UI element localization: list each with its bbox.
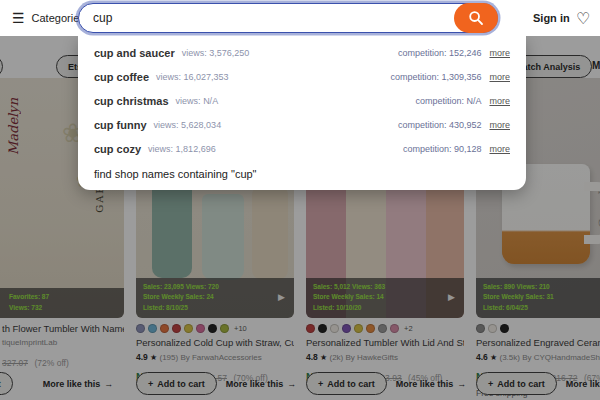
color-swatch-dot[interactable] [172,324,181,333]
more-like-this-link[interactable]: More like this [566,379,600,389]
star-icon: ★ [150,353,157,362]
suggestion-row[interactable]: cup coffee views: 16,027,353 competition… [78,65,526,89]
filter-pill-more-partial[interactable]: M [592,60,600,71]
more-link[interactable]: more [489,120,510,130]
suggestion-row[interactable]: cup and saucer views: 3,576,250 competit… [78,41,526,65]
hamburger-menu-icon[interactable]: ☰ [12,10,25,26]
find-shop-names-row[interactable]: find shop names containing "cup" [78,161,526,187]
search-button[interactable] [454,3,498,33]
product-shop: By FarwahAccessories [180,353,261,362]
search-icon [468,10,484,26]
suggestion-term: cup christmas [94,95,169,107]
product-title[interactable]: Personalized Engraved Ceramic C... [476,337,600,348]
color-swatch-dot[interactable] [330,324,339,333]
color-swatch-dot[interactable] [342,324,351,333]
suggestion-term: cup coffee [94,71,149,83]
color-swatch-dot[interactable] [136,324,145,333]
color-swatch-dot[interactable] [500,324,509,333]
analytics-overlay: Sales: 23,095 Views: 720 Store Weekly Sa… [136,278,294,318]
review-count: (3.5k) [499,353,519,362]
swatch-more-count: +2 [404,324,413,333]
add-to-cart-button[interactable]: + Add to cart [0,372,13,395]
star-icon: ★ [320,353,327,362]
mug-name-text: Sarah [596,188,600,230]
color-swatch-dot[interactable] [160,324,169,333]
swatch-more-count: +10 [234,324,247,333]
product-rating: 4.8 ★ (2k) By HawkeGifts [306,352,464,362]
review-count: (2k) [329,353,343,362]
color-swatch-dot[interactable] [196,324,205,333]
suggestion-row[interactable]: cup cozy views: 1,812,696 competition: 9… [78,137,526,161]
color-swatch-dot[interactable] [318,324,327,333]
arrow-right-icon: → [287,379,296,389]
review-count: (195) [159,353,178,362]
favorites-heart-icon[interactable]: ♡ [576,9,590,28]
product-rating: 4.9 ★ (195) By FarwahAccessories [136,352,294,362]
discount-label: (72% off) [34,358,68,368]
more-like-this-link[interactable]: More like this→ [43,379,114,389]
play-video-icon[interactable]: ▶ [274,289,289,304]
top-navigation-bar: ☰ Categories ✕ Sign in ♡ [0,0,600,36]
more-like-this-link[interactable]: More like this→ [396,379,467,389]
analytics-overlay: Favorites: 87 Views: 732 [0,288,124,318]
product-title[interactable]: th Flower Tumbler With Name,... [2,323,124,334]
product-shop: tiqueImprintLab [2,338,124,347]
color-swatches[interactable] [476,324,600,332]
color-swatches[interactable]: +2 [306,324,464,332]
search-suggestions-dropdown: cup and saucer views: 3,576,250 competit… [78,36,526,190]
color-swatch-dot[interactable] [488,324,497,333]
rating-value: 4.8 [306,352,318,362]
original-price: 327.07 [2,358,28,368]
color-swatch-dot[interactable] [306,324,315,333]
color-swatch-dot[interactable] [378,324,387,333]
more-link[interactable]: more [489,144,510,154]
star-icon: ★ [490,353,497,362]
suggestion-row[interactable]: cup christmas views: N/A competition: N/… [78,89,526,113]
suggestion-row[interactable]: cup funny views: 5,628,034 competition: … [78,113,526,137]
plus-icon: + [488,379,493,389]
suggestion-term: cup cozy [94,143,141,155]
suggestion-term: cup and saucer [94,47,175,59]
rating-value: 4.6 [476,352,488,362]
add-to-cart-button[interactable]: + Add to cart [306,372,387,395]
search-bar: ✕ [78,3,498,33]
color-swatch-dot[interactable] [476,324,485,333]
color-swatch-dot[interactable] [184,324,193,333]
more-link[interactable]: more [489,48,510,58]
cup-decoration [152,182,192,278]
categories-button[interactable]: Categories [32,12,85,24]
color-swatch-dot[interactable] [220,324,229,333]
color-swatch-dot[interactable] [390,324,399,333]
plus-icon: + [318,379,323,389]
arrow-right-icon: → [104,379,113,389]
plus-icon: + [148,379,153,389]
add-to-cart-button[interactable]: + Add to cart [136,372,217,395]
product-price: 327.07 (72% off) [2,352,124,370]
analytics-overlay: Sales: 5,012 Views: 363 Store Weekly Sal… [306,278,464,318]
color-swatch-dot[interactable] [366,324,375,333]
suggestion-term: cup funny [94,119,147,131]
product-shop: By HawkeGifts [345,353,397,362]
color-swatch-dot[interactable] [208,324,217,333]
more-like-this-link[interactable]: More like this→ [226,379,297,389]
filter-pill-partial[interactable]: s [0,55,3,78]
more-link[interactable]: more [489,96,510,106]
color-swatch-dot[interactable] [148,324,157,333]
etsy-search-page: s Etsy's Picks A Batch Analysis M now ❀ … [0,0,600,400]
arrow-right-icon: → [457,379,466,389]
color-swatches[interactable]: +10 [136,324,294,332]
cup-decoration [202,194,244,280]
sign-in-link[interactable]: Sign in [533,12,570,24]
add-to-cart-button[interactable]: + Add to cart [476,372,557,395]
more-link[interactable]: more [489,72,510,82]
product-title[interactable]: Personalized Cold Cup with Straw, Custom… [136,337,294,348]
rating-value: 4.9 [136,352,148,362]
product-title[interactable]: Personalized Tumbler With Lid And Straw,… [306,337,464,348]
product-shop: By CYQHandmadeShop [522,353,600,362]
analytics-overlay: Sales: 890 Views: 210 Store Weekly Sales… [476,278,600,318]
cup-decoration [252,188,288,280]
product-rating: 4.6 ★ (3.5k) By CYQHandmadeShop [476,352,600,362]
tumbler-name-text: Madelyn [6,98,21,155]
play-video-icon[interactable]: ▶ [444,289,459,304]
color-swatch-dot[interactable] [354,324,363,333]
